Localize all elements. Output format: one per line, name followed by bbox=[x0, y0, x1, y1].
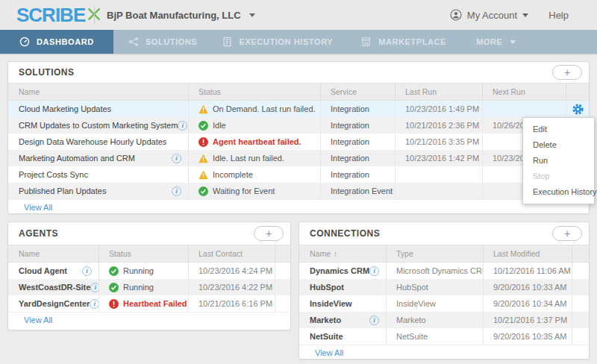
column-header[interactable]: Name bbox=[8, 84, 189, 100]
view-all-link[interactable]: View All bbox=[299, 345, 589, 360]
agent-last-contact: 10/23/2016 4:24 PM bbox=[189, 263, 275, 279]
solution-service: Integration bbox=[321, 150, 396, 166]
warning-status-icon bbox=[199, 154, 208, 163]
chevron-down-icon bbox=[522, 13, 528, 17]
column-header bbox=[566, 84, 589, 100]
warning-status-icon bbox=[199, 170, 208, 180]
info-icon[interactable] bbox=[178, 121, 187, 131]
solution-row[interactable]: CRM Updates to Custom Marketing SystemId… bbox=[8, 117, 589, 134]
column-header[interactable]: Name↑ bbox=[299, 245, 387, 262]
column-header[interactable]: Last Contact bbox=[189, 245, 275, 262]
connection-name: NetSuite bbox=[299, 328, 387, 345]
solution-name: Project Costs Sync bbox=[8, 166, 189, 183]
solutions-table-header: NameStatusServiceLast RunNext Run bbox=[8, 83, 589, 101]
org-selector[interactable]: BjP Boat Manufacturing, LLC bbox=[107, 0, 255, 30]
connections-table-header: Name↑TypeLast Modified bbox=[299, 245, 589, 263]
nav-label: MORE bbox=[476, 37, 502, 46]
column-header[interactable]: Next Run bbox=[483, 84, 566, 100]
spacer-cell bbox=[572, 328, 589, 345]
agents-table-header: NameStatusLast Contact bbox=[8, 245, 290, 263]
context-menu-item[interactable]: Delete bbox=[523, 137, 594, 153]
solution-status: Agent heartbeat failed. bbox=[189, 134, 321, 150]
add-agent-button[interactable]: + bbox=[254, 226, 284, 241]
nav-tab-execution-history[interactable]: EXECUTION HISTORY bbox=[222, 30, 333, 54]
view-all-link[interactable]: View All bbox=[8, 199, 589, 214]
solution-row[interactable]: Design Data Warehouse Hourly UpdatesAgen… bbox=[8, 134, 589, 150]
main-nav: DASHBOARD SOLUTIONS EXECUTION HISTORY bbox=[0, 30, 597, 54]
connection-row[interactable]: MarketoMarketo10/21/2016 1:37 PM bbox=[299, 312, 589, 328]
connection-row[interactable]: InsideViewInsideView9/20/2016 10:34 AM bbox=[299, 295, 589, 312]
app-logo[interactable]: SCRIBE bbox=[16, 4, 102, 25]
solution-row[interactable]: Published Plan UpdatesWaiting for EventI… bbox=[8, 183, 589, 199]
agent-row[interactable]: WestCoastDR-SiteRunning10/23/2016 4:22 P… bbox=[8, 279, 290, 295]
solution-row[interactable]: Project Costs SyncIncompleteIntegration bbox=[8, 166, 589, 183]
nav-tab-dashboard[interactable]: DASHBOARD bbox=[0, 30, 113, 54]
info-icon[interactable] bbox=[90, 283, 99, 292]
nav-tab-marketplace[interactable]: MARKETPLACE bbox=[360, 30, 446, 54]
info-icon[interactable] bbox=[369, 316, 379, 325]
connections-table-body: Dynamics CRMMicrosoft Dynamics CRM10/12/… bbox=[299, 263, 589, 345]
column-header[interactable]: Last Modified bbox=[484, 245, 572, 262]
agent-row[interactable]: Cloud AgentRunning10/23/2016 4:24 PM bbox=[8, 263, 290, 279]
info-icon[interactable] bbox=[172, 154, 181, 163]
agent-name: WestCoastDR-Site bbox=[8, 279, 99, 295]
nav-label: MARKETPLACE bbox=[378, 37, 446, 46]
solution-row[interactable]: Cloud Marketing UpdatesOn Demand. Last r… bbox=[8, 101, 589, 117]
info-icon[interactable] bbox=[90, 299, 99, 309]
help-link[interactable]: Help bbox=[548, 0, 569, 30]
nav-tab-solutions[interactable]: SOLUTIONS bbox=[128, 30, 198, 54]
connection-type: NetSuite bbox=[387, 328, 484, 345]
agent-name: YardDesignCenter bbox=[8, 295, 99, 312]
spacer-cell bbox=[275, 295, 290, 312]
add-connection-button[interactable]: + bbox=[552, 226, 582, 241]
context-menu-item[interactable]: Run bbox=[523, 153, 594, 169]
info-icon[interactable] bbox=[172, 186, 181, 196]
ok-status-icon bbox=[199, 186, 208, 196]
column-header[interactable]: Service bbox=[321, 84, 396, 100]
gear-icon[interactable] bbox=[572, 104, 584, 115]
nav-label: DASHBOARD bbox=[37, 37, 94, 46]
connection-row[interactable]: Dynamics CRMMicrosoft Dynamics CRM10/12/… bbox=[299, 263, 589, 279]
row-actions-context-menu: EditDeleteRunStopExecution History bbox=[522, 117, 595, 204]
add-solution-button[interactable]: + bbox=[552, 65, 582, 80]
info-icon[interactable] bbox=[82, 266, 92, 276]
nav-label: EXECUTION HISTORY bbox=[239, 37, 333, 46]
column-header[interactable]: Type bbox=[387, 245, 484, 262]
agent-status: Heartbeat Failed bbox=[99, 295, 189, 312]
solution-last-run: 10/21/2016 2:36 PM bbox=[396, 117, 483, 134]
document-icon bbox=[222, 37, 232, 47]
solution-name: Published Plan Updates bbox=[8, 183, 189, 199]
solution-service: Integration Event bbox=[321, 183, 396, 199]
context-menu-item[interactable]: Edit bbox=[523, 122, 594, 137]
solution-row[interactable]: Marketing Automation and CRMIdle. Last r… bbox=[8, 150, 589, 166]
nav-label: SOLUTIONS bbox=[146, 37, 198, 46]
nav-tab-more[interactable]: MORE bbox=[476, 30, 515, 54]
context-menu-item[interactable]: Execution History bbox=[523, 184, 594, 200]
column-header[interactable]: Name bbox=[8, 245, 99, 262]
connection-last-modified: 10/21/2016 1:37 PM bbox=[484, 312, 572, 328]
connection-type: Microsoft Dynamics CRM bbox=[387, 263, 484, 279]
connection-row[interactable]: HubSpotHubSpot9/20/2016 10:33 AM bbox=[299, 279, 589, 295]
my-account-menu[interactable]: My Account bbox=[450, 0, 528, 30]
agent-name: Cloud Agent bbox=[8, 263, 99, 279]
solution-name: Marketing Automation and CRM bbox=[8, 150, 189, 166]
logo-text: SCRIBE bbox=[16, 4, 85, 25]
connection-last-modified: 9/20/2016 10:34 AM bbox=[484, 295, 572, 312]
spacer-cell bbox=[572, 263, 589, 279]
storefront-icon bbox=[360, 37, 372, 47]
solution-last-run: 10/23/2016 1:49 PM bbox=[396, 101, 483, 117]
info-icon[interactable] bbox=[369, 266, 379, 276]
spacer-cell bbox=[572, 279, 589, 295]
ok-status-icon bbox=[109, 283, 119, 292]
chevron-down-icon bbox=[510, 40, 516, 44]
agent-row[interactable]: YardDesignCenterHeartbeat Failed10/21/20… bbox=[8, 295, 290, 312]
solution-name: Cloud Marketing Updates bbox=[8, 101, 189, 117]
connection-row[interactable]: NetSuiteNetSuite9/20/2016 10:35 AM bbox=[299, 328, 589, 345]
connection-last-modified: 9/20/2016 10:35 AM bbox=[484, 328, 572, 345]
top-header: SCRIBE BjP Boat Manufacturing, LLC My Ac… bbox=[0, 0, 597, 30]
column-header[interactable]: Last Run bbox=[396, 84, 483, 100]
column-header[interactable]: Status bbox=[99, 245, 189, 262]
connection-last-modified: 9/20/2016 10:33 AM bbox=[484, 279, 572, 295]
column-header[interactable]: Status bbox=[189, 84, 321, 100]
view-all-link[interactable]: View All bbox=[8, 312, 290, 327]
